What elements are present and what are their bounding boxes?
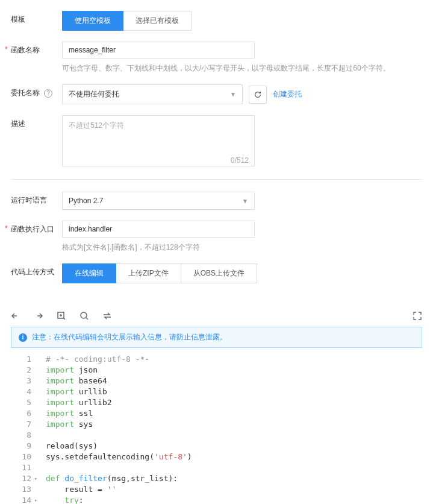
info-icon[interactable]: ?: [44, 89, 52, 98]
template-tabs: 使用空模板 选择已有模板: [62, 11, 422, 31]
transfer-icon[interactable]: [102, 311, 112, 321]
chevron-down-icon: ▼: [230, 91, 236, 98]
delegation-select[interactable]: 不使用任何委托 ▼: [62, 84, 243, 104]
handler-input[interactable]: [62, 221, 255, 238]
delegation-label: 委托名称 ?: [11, 84, 62, 98]
upload-method-label: 代码上传方式: [11, 263, 62, 277]
notice-bar: i 注意：在线代码编辑会明文展示输入信息，请防止信息泄露。: [11, 327, 422, 348]
upload-zip-tab[interactable]: 上传ZIP文件: [116, 263, 181, 283]
fullscreen-icon[interactable]: [413, 311, 422, 321]
redo-icon[interactable]: [34, 311, 43, 321]
info-icon: i: [19, 333, 27, 342]
upload-method-tabs: 在线编辑 上传ZIP文件 从OBS上传文件: [62, 263, 422, 283]
function-name-input[interactable]: [62, 42, 255, 58]
create-delegation-link[interactable]: 创建委托: [273, 89, 302, 99]
handler-label: 函数执行入口: [11, 221, 62, 235]
add-bookmark-icon[interactable]: [57, 311, 66, 321]
handler-help: 格式为[文件名].[函数名]，不超过128个字符: [62, 242, 422, 253]
refresh-button[interactable]: [249, 86, 267, 104]
code-editor[interactable]: 12345678910111213141516 # -*- coding:utf…: [11, 354, 422, 504]
online-edit-tab[interactable]: 在线编辑: [62, 263, 116, 283]
code-toolbar: [0, 305, 433, 327]
template-label: 模板: [11, 11, 62, 25]
existing-template-tab[interactable]: 选择已有模板: [123, 11, 192, 31]
function-name-label: 函数名称: [11, 42, 62, 55]
refresh-icon: [254, 90, 262, 99]
notice-text: 注意：在线代码编辑会明文展示输入信息，请防止信息泄露。: [32, 332, 227, 342]
chevron-down-icon: ▼: [242, 198, 248, 204]
runtime-label: 运行时语言: [11, 192, 62, 206]
line-numbers: 12345678910111213141516: [11, 354, 36, 504]
undo-icon[interactable]: [11, 311, 20, 321]
runtime-select[interactable]: Python 2.7 ▼: [62, 192, 255, 210]
empty-template-tab[interactable]: 使用空模板: [62, 11, 123, 31]
svg-point-1: [81, 312, 87, 318]
description-label: 描述: [11, 115, 62, 129]
code-area[interactable]: # -*- coding:utf-8 -*-import jsonimport …: [36, 354, 422, 504]
description-textarea[interactable]: [62, 115, 255, 166]
divider: [11, 179, 422, 180]
search-icon[interactable]: [79, 311, 89, 321]
char-counter: 0/512: [231, 156, 249, 165]
function-name-help: 可包含字母、数字、下划线和中划线，以大/小写字母开头，以字母或数字结尾，长度不超…: [62, 63, 422, 74]
from-obs-tab[interactable]: 从OBS上传文件: [181, 263, 257, 283]
